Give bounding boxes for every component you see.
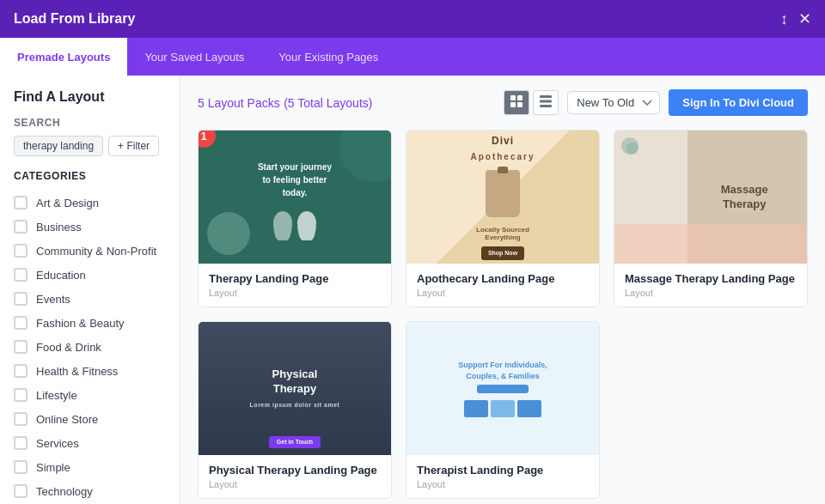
- category-item-technology[interactable]: Technology: [0, 479, 180, 503]
- category-item-food[interactable]: Food & Drink: [0, 335, 180, 359]
- card-info-therapy: Therapy Landing Page Layout: [199, 264, 391, 307]
- svg-rect-3: [517, 102, 522, 107]
- layout-card-massage[interactable]: MassageTherapy Massage Therapy Landing P…: [614, 130, 808, 307]
- category-checkbox-community[interactable]: [14, 244, 28, 258]
- grid-view-button[interactable]: [504, 90, 529, 115]
- content-header: 5 Layout Packs (5 Total Layouts) New To …: [198, 89, 808, 116]
- category-item-health[interactable]: Health & Fitness: [0, 359, 180, 383]
- title-bar: Load From Library ↕ ✕: [0, 0, 825, 38]
- sidebar: Find A Layout Search therapy landing + F…: [0, 76, 180, 504]
- category-item-fashion[interactable]: Fashion & Beauty: [0, 311, 180, 335]
- svg-rect-4: [540, 95, 552, 98]
- view-toggle: [504, 90, 559, 115]
- card-sub-physical: Layout: [209, 479, 381, 489]
- category-item-art[interactable]: Art & Design: [0, 191, 180, 215]
- card-sub-therapist: Layout: [417, 479, 589, 489]
- svg-rect-5: [540, 100, 552, 103]
- filter-button[interactable]: + Filter: [108, 136, 159, 156]
- card-info-apothecary: Apothecary Landing Page Layout: [406, 264, 599, 307]
- header-right: New To Old Old To New A to Z Z to A Sign…: [504, 89, 808, 116]
- layout-card-therapy[interactable]: 1 Start your journeyto feeling bettertod…: [198, 130, 392, 307]
- card-sub-therapy: Layout: [209, 288, 381, 298]
- sign-in-button[interactable]: Sign In To Divi Cloud: [669, 89, 808, 116]
- search-tag[interactable]: therapy landing: [14, 136, 103, 156]
- category-item-education[interactable]: Education: [0, 263, 180, 287]
- category-item-services[interactable]: Services: [0, 431, 180, 455]
- svg-rect-2: [510, 102, 516, 107]
- layout-count: 5 Layout Packs (5 Total Layouts): [198, 95, 372, 111]
- card-info-therapist: Therapist Landing Page Layout: [406, 455, 599, 498]
- category-checkbox-technology[interactable]: [14, 484, 28, 498]
- categories-label: Categories: [14, 170, 166, 182]
- category-item-lifestyle[interactable]: Lifestyle: [0, 383, 180, 407]
- list-view-button[interactable]: [533, 90, 559, 115]
- search-label: Search: [14, 117, 166, 129]
- category-item-events[interactable]: Events: [0, 287, 180, 311]
- category-checkbox-online[interactable]: [14, 412, 28, 426]
- card-thumbnail-physical: PhysicalTherapy Lorem ipsum dolor sit am…: [199, 322, 391, 455]
- category-item-online[interactable]: Online Store: [0, 407, 180, 431]
- card-title-physical: Physical Therapy Landing Page: [209, 464, 381, 477]
- category-checkbox-simple[interactable]: [14, 460, 28, 474]
- sort-icon[interactable]: ↕: [780, 10, 788, 28]
- find-layout-title: Find A Layout: [14, 89, 166, 105]
- category-checkbox-food[interactable]: [14, 340, 28, 354]
- layout-card-physical[interactable]: PhysicalTherapy Lorem ipsum dolor sit am…: [198, 321, 392, 499]
- category-checkbox-art[interactable]: [14, 196, 28, 209]
- card-info-physical: Physical Therapy Landing Page Layout: [199, 455, 391, 498]
- card-title-therapy: Therapy Landing Page: [209, 272, 381, 285]
- card-sub-massage: Layout: [625, 288, 797, 298]
- content-area: 5 Layout Packs (5 Total Layouts) New To …: [180, 76, 825, 504]
- card-title-therapist: Therapist Landing Page: [417, 464, 589, 477]
- svg-rect-6: [540, 105, 552, 107]
- category-item-community[interactable]: Community & Non-Profit: [0, 239, 180, 263]
- close-icon[interactable]: ✕: [798, 9, 811, 28]
- category-checkbox-health[interactable]: [14, 364, 28, 378]
- card-title-massage: Massage Therapy Landing Page: [625, 272, 797, 285]
- category-checkbox-education[interactable]: [14, 268, 28, 282]
- svg-rect-1: [517, 95, 522, 100]
- layout-grid: 1 Start your journeyto feeling bettertod…: [198, 130, 808, 499]
- categories-list: Art & Design Business Community & Non-Pr…: [0, 191, 180, 503]
- card-thumbnail-massage: MassageTherapy: [614, 131, 807, 264]
- layout-card-apothecary[interactable]: Divi Apothecary Locally SourcedEverythin…: [406, 130, 600, 307]
- svg-rect-0: [510, 95, 516, 100]
- title-bar-actions: ↕ ✕: [780, 9, 811, 28]
- dialog-title: Load From Library: [14, 11, 135, 27]
- card-thumbnail-therapy: Start your journeyto feeling bettertoday…: [199, 131, 391, 264]
- main-layout: Find A Layout Search therapy landing + F…: [0, 76, 825, 504]
- category-checkbox-business[interactable]: [14, 220, 28, 234]
- tab-saved[interactable]: Your Saved Layouts: [127, 38, 261, 76]
- tabs-bar: Premade Layouts Your Saved Layouts Your …: [0, 38, 825, 76]
- sort-select[interactable]: New To Old Old To New A to Z Z to A: [567, 91, 660, 114]
- category-checkbox-services[interactable]: [14, 436, 28, 450]
- card-info-massage: Massage Therapy Landing Page Layout: [614, 264, 807, 307]
- card-thumbnail-apothecary: Divi Apothecary Locally SourcedEverythin…: [406, 131, 599, 264]
- category-item-simple[interactable]: Simple: [0, 455, 180, 479]
- tab-existing[interactable]: Your Existing Pages: [261, 38, 395, 76]
- search-pill: therapy landing + Filter: [14, 136, 166, 156]
- card-sub-apothecary: Layout: [417, 288, 589, 298]
- category-item-business[interactable]: Business: [0, 215, 180, 239]
- category-checkbox-fashion[interactable]: [14, 316, 28, 330]
- category-checkbox-events[interactable]: [14, 292, 28, 306]
- tab-premade[interactable]: Premade Layouts: [0, 38, 127, 76]
- layout-card-therapist[interactable]: Support For Individuals,Couples, & Famil…: [406, 321, 600, 499]
- card-title-apothecary: Apothecary Landing Page: [417, 272, 589, 285]
- category-checkbox-lifestyle[interactable]: [14, 388, 28, 402]
- card-thumbnail-therapist: Support For Individuals,Couples, & Famil…: [406, 322, 599, 455]
